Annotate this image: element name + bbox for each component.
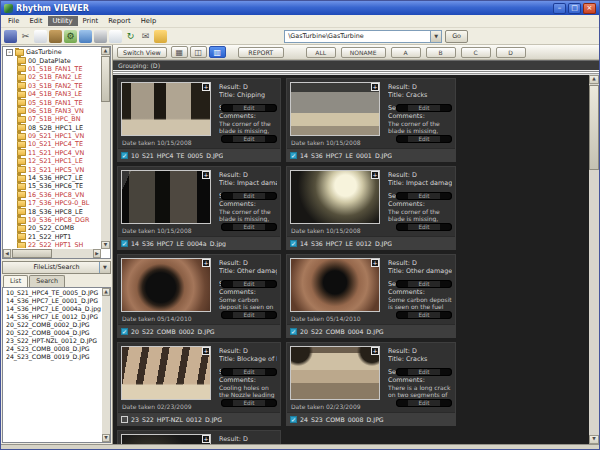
- edit-comment-button[interactable]: Edit: [396, 223, 452, 231]
- tree-scrollbar-horizontal[interactable]: [3, 249, 101, 258]
- expand-icon[interactable]: [371, 83, 379, 91]
- thumbnail-view-button[interactable]: ▥: [209, 46, 226, 58]
- address-input[interactable]: \GasTurbine\GasTurbine: [284, 30, 442, 43]
- expand-icon[interactable]: [371, 259, 379, 267]
- expand-icon[interactable]: [371, 347, 379, 355]
- scroll-thumb[interactable]: [12, 249, 52, 258]
- copy-icon[interactable]: [34, 30, 47, 43]
- menu-item[interactable]: Print: [78, 16, 104, 26]
- edit-seq-button[interactable]: Edit: [221, 280, 277, 288]
- collapse-icon[interactable]: -: [6, 49, 13, 56]
- scroll-down-icon[interactable]: [102, 434, 110, 442]
- edit-comment-button[interactable]: Edit: [221, 311, 277, 319]
- minimize-button[interactable]: –: [553, 3, 566, 14]
- image-checkbox[interactable]: [121, 152, 128, 159]
- expand-icon[interactable]: [202, 171, 210, 179]
- edit-comment-button[interactable]: Edit: [396, 399, 452, 407]
- mail-icon[interactable]: ✉: [139, 30, 152, 43]
- inspection-photo[interactable]: [121, 346, 211, 400]
- maximize-button[interactable]: □: [568, 3, 581, 14]
- expand-icon[interactable]: [202, 347, 210, 355]
- expand-icon[interactable]: [202, 83, 210, 91]
- inspection-photo[interactable]: [290, 346, 380, 400]
- edit-seq-button[interactable]: Edit: [221, 104, 277, 112]
- edit-comment-button[interactable]: Edit: [221, 223, 277, 231]
- scroll-left-icon[interactable]: [3, 249, 11, 258]
- file-list-item[interactable]: 10_S21_HPC4_TE_0005_D.JPG: [4, 289, 101, 297]
- file-list-item[interactable]: 14_S36_HPC7_LE_0004a_D.jpg: [4, 305, 101, 313]
- file-list-item[interactable]: 24_S23_COMB_0019_D.JPG: [4, 353, 101, 361]
- edit-seq-button[interactable]: Edit: [221, 368, 277, 376]
- scroll-up-icon[interactable]: [102, 288, 110, 296]
- list-view-button[interactable]: ◫: [190, 46, 207, 58]
- print-preview-icon[interactable]: [109, 30, 122, 43]
- image-checkbox[interactable]: [290, 240, 297, 247]
- menu-item[interactable]: Edit: [24, 16, 47, 26]
- inspection-photo[interactable]: [121, 258, 211, 312]
- scroll-down-icon[interactable]: [589, 435, 599, 444]
- expand-icon[interactable]: [202, 259, 210, 267]
- filter-a-button[interactable]: A: [391, 47, 421, 58]
- switch-view-button[interactable]: Switch View: [117, 47, 167, 58]
- save-icon[interactable]: [4, 30, 17, 43]
- chevron-down-icon[interactable]: [99, 262, 110, 273]
- close-button[interactable]: ×: [583, 3, 596, 14]
- filter-c-button[interactable]: C: [461, 47, 491, 58]
- chevron-down-icon[interactable]: [430, 31, 441, 42]
- inspection-photo[interactable]: [290, 258, 380, 312]
- scroll-thumb[interactable]: [101, 56, 110, 102]
- paste-icon[interactable]: [49, 30, 62, 43]
- edit-seq-button[interactable]: Edit: [396, 280, 452, 288]
- grid-view-button[interactable]: ▦: [171, 46, 188, 58]
- panel-selector-dropdown[interactable]: FileList/Search: [2, 261, 111, 274]
- image-checkbox[interactable]: [290, 328, 297, 335]
- print-icon[interactable]: [94, 30, 107, 43]
- content-scrollbar[interactable]: [589, 75, 599, 444]
- inspection-photo[interactable]: [290, 82, 380, 136]
- edit-comment-button[interactable]: Edit: [221, 399, 277, 407]
- edit-comment-button[interactable]: Edit: [396, 311, 452, 319]
- menu-item[interactable]: Report: [103, 16, 136, 26]
- filter-all-button[interactable]: ALL: [306, 47, 336, 58]
- inspection-photo[interactable]: [121, 82, 211, 136]
- edit-seq-button[interactable]: Edit: [396, 368, 452, 376]
- report-button[interactable]: REPORT: [238, 47, 284, 58]
- compass-icon[interactable]: [79, 30, 92, 43]
- edit-seq-button[interactable]: Edit: [221, 192, 277, 200]
- scroll-right-icon[interactable]: [93, 249, 101, 258]
- filter-d-button[interactable]: D: [496, 47, 526, 58]
- scroll-up-icon[interactable]: [101, 47, 110, 55]
- menu-item[interactable]: Help: [136, 16, 162, 26]
- go-button[interactable]: Go: [445, 30, 468, 43]
- tree-scrollbar-vertical[interactable]: [101, 47, 110, 249]
- edit-seq-button[interactable]: Edit: [396, 104, 452, 112]
- filter-noname-button[interactable]: NONAME: [341, 47, 386, 58]
- file-list-item[interactable]: 14_S36_HPC7_LE_0001_D.JPG: [4, 297, 101, 305]
- sidebar-tab[interactable]: List: [3, 275, 28, 287]
- file-list-item[interactable]: 20_S22_COMB_0002_D.JPG: [4, 321, 101, 329]
- inspection-photo[interactable]: [290, 170, 380, 224]
- filter-b-button[interactable]: B: [426, 47, 456, 58]
- scroll-down-icon[interactable]: [101, 241, 110, 249]
- inspection-photo[interactable]: [121, 434, 211, 444]
- cut-icon[interactable]: ✂: [19, 30, 32, 43]
- edit-seq-button[interactable]: Edit: [396, 192, 452, 200]
- file-list-item[interactable]: 24_S23_COMB_0008_D.JPG: [4, 345, 101, 353]
- file-list-item[interactable]: 23_S22_HPT-NZL_0012_D.JPG: [4, 337, 101, 345]
- image-checkbox[interactable]: [290, 416, 297, 423]
- sync-icon[interactable]: ↻: [124, 30, 137, 43]
- menu-item[interactable]: Utility: [48, 16, 78, 26]
- menu-item[interactable]: File: [3, 16, 24, 26]
- edit-comment-button[interactable]: Edit: [221, 135, 277, 143]
- edit-comment-button[interactable]: Edit: [396, 135, 452, 143]
- image-checkbox[interactable]: [290, 152, 297, 159]
- folder-up-icon[interactable]: [154, 30, 167, 43]
- file-list-scrollbar[interactable]: [102, 288, 110, 442]
- file-list-item[interactable]: 14_S36_HPC7_LE_0012_D.JPG: [4, 313, 101, 321]
- expand-icon[interactable]: [202, 435, 210, 443]
- file-list-item[interactable]: 20_S22_COMB_0004_D.JPG: [4, 329, 101, 337]
- scroll-thumb[interactable]: [589, 85, 599, 170]
- settings-icon[interactable]: ⚙: [64, 30, 77, 43]
- tree-item[interactable]: 22_S22_HPT1_SH: [4, 241, 100, 248]
- scroll-up-icon[interactable]: [589, 75, 599, 84]
